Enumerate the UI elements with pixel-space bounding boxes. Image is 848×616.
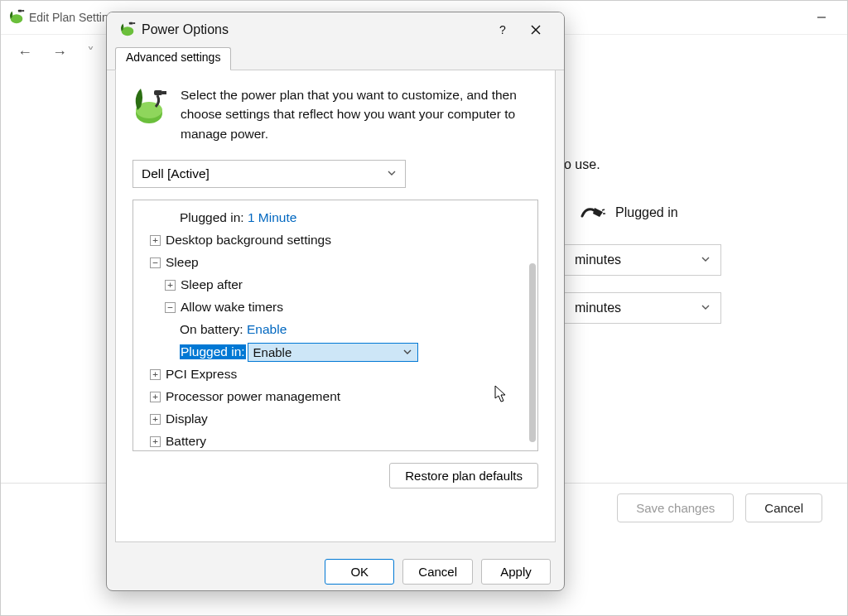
collapse-icon[interactable]: − [150, 257, 161, 268]
chevron-down-icon [701, 253, 711, 267]
close-button[interactable] [519, 17, 552, 42]
cancel-button[interactable]: Cancel [745, 493, 822, 522]
power-icon [118, 19, 137, 41]
plugged-in-header: Plugged in [581, 203, 678, 223]
tree-node-display[interactable]: + Display [138, 408, 526, 431]
power-options-dialog: Power Options ? Advanced settings Select… [106, 12, 565, 591]
back-button[interactable]: ← [17, 44, 32, 61]
dialog-pane: Select the power plan that you want to c… [115, 70, 556, 542]
selected-label: Plugged in: [180, 344, 246, 359]
svg-rect-8 [132, 22, 135, 24]
restore-defaults-button[interactable]: Restore plan defaults [389, 463, 538, 488]
tree-node-desktop-background[interactable]: + Desktop background settings [138, 229, 526, 252]
save-changes-button[interactable]: Save changes [617, 493, 734, 522]
expand-icon[interactable]: + [150, 235, 161, 246]
svg-rect-1 [18, 10, 22, 12]
tree-node-allow-wake-timers[interactable]: − Allow wake timers [138, 296, 526, 319]
dialog-footer: OK Cancel Apply [107, 552, 564, 590]
svg-rect-2 [22, 10, 24, 12]
intro-text: Select the power plan that you want to c… [181, 85, 538, 143]
dialog-titlebar: Power Options ? [107, 12, 564, 47]
minimize-button[interactable] [802, 4, 841, 31]
settings-tree: Plugged in: 1 Minute + Desktop backgroun… [132, 200, 538, 451]
expand-icon[interactable]: + [150, 414, 161, 425]
wake-timer-plugged-in-combo[interactable]: Enable [248, 343, 418, 362]
power-icon [7, 7, 26, 28]
tree-node-pci-express[interactable]: + PCI Express [138, 363, 526, 386]
scrollbar-thumb[interactable] [529, 263, 536, 442]
expand-icon[interactable]: + [150, 436, 161, 447]
collapse-icon[interactable]: − [165, 302, 176, 313]
help-button[interactable]: ? [486, 17, 519, 42]
power-plan-select[interactable]: Dell [Active] [132, 160, 406, 188]
tree-node-battery[interactable]: + Battery [138, 431, 526, 453]
expand-icon[interactable]: + [165, 280, 176, 291]
plug-icon [581, 203, 605, 223]
tab-advanced-settings[interactable]: Advanced settings [115, 47, 231, 70]
battery-icon [132, 85, 169, 143]
cancel-button[interactable]: Cancel [402, 559, 473, 585]
svg-text:?: ? [499, 24, 506, 36]
chevron-down-icon [387, 166, 397, 181]
apply-button[interactable]: Apply [481, 559, 551, 585]
tree-leaf-plugged-in-selected[interactable]: Plugged in: Enable [138, 341, 526, 363]
plugged-in-label: Plugged in [615, 205, 678, 220]
expand-icon[interactable]: + [150, 369, 161, 380]
tree-node-sleep-after[interactable]: + Sleep after [138, 274, 526, 296]
expand-icon[interactable]: + [150, 392, 161, 402]
partial-text: o use. [564, 157, 600, 172]
dialog-tabs: Advanced settings [107, 47, 564, 70]
tree-leaf-on-battery[interactable]: On battery: Enable [138, 319, 526, 341]
tree-node-processor[interactable]: + Processor power management [138, 386, 526, 408]
ok-button[interactable]: OK [325, 559, 394, 585]
chevron-down-icon [402, 345, 412, 359]
svg-rect-14 [154, 90, 162, 95]
sleep-minutes-select-1[interactable]: minutes [564, 244, 721, 276]
svg-line-4 [602, 209, 605, 210]
dialog-title: Power Options [142, 22, 229, 37]
svg-rect-7 [129, 22, 133, 25]
tree-node-sleep[interactable]: − Sleep [138, 252, 526, 274]
tree-leaf-plugged-in-1min[interactable]: Plugged in: 1 Minute [138, 207, 526, 229]
sleep-minutes-select-2[interactable]: minutes [564, 292, 721, 324]
forward-button[interactable]: → [52, 44, 67, 61]
svg-rect-15 [162, 91, 166, 94]
chevron-down-icon [701, 301, 711, 315]
up-button[interactable]: ˅ [87, 44, 94, 62]
